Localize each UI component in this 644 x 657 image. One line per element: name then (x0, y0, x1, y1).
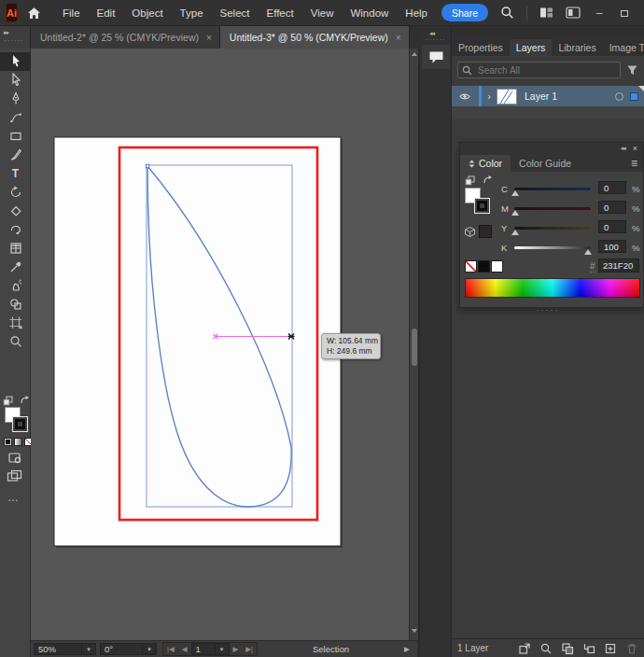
menu-type[interactable]: Type (179, 7, 204, 19)
magenta-value-field[interactable]: 0 (598, 201, 626, 214)
layer-name[interactable]: Layer 1 (525, 91, 557, 102)
layer-expand-icon[interactable]: › (482, 91, 497, 102)
tools-panel-header[interactable]: ▸▸ ······ (0, 26, 31, 49)
scroll-up-icon[interactable] (412, 52, 417, 56)
artboard-dropdown-icon[interactable]: ▾ (216, 643, 230, 655)
document-tab-1[interactable]: Untitled-2* @ 25 % (CMYK/Preview) × (31, 26, 220, 49)
cyan-slider-thumb[interactable] (511, 190, 519, 196)
vertical-scrollbar[interactable] (409, 49, 418, 640)
black-slider-thumb[interactable] (584, 249, 592, 255)
locate-object-icon[interactable] (539, 642, 553, 655)
type-tool[interactable]: T (0, 164, 31, 183)
layer-row[interactable]: › Layer 1 (452, 86, 644, 106)
visibility-eye-icon[interactable] (458, 91, 471, 103)
selection-tool[interactable] (0, 52, 31, 71)
tab-close-icon[interactable]: × (206, 33, 212, 43)
stroke-proxy-swatch[interactable] (474, 198, 490, 214)
rectangle-tool[interactable] (0, 127, 31, 146)
zoom-tool[interactable] (0, 332, 31, 351)
tab-libraries[interactable]: Libraries (552, 39, 602, 56)
expand-tools-icon[interactable]: ▸▸ (4, 29, 8, 35)
magenta-slider[interactable] (514, 207, 591, 210)
artboard-tool[interactable] (0, 314, 31, 332)
app-logo-icon[interactable]: Ai (6, 3, 18, 22)
swap-fill-stroke-icon[interactable] (20, 395, 31, 406)
zoom-level-field[interactable]: 50% (34, 643, 82, 655)
next-artboard-icon[interactable]: ▶ (230, 645, 243, 653)
more-tools-icon[interactable]: … (7, 491, 20, 504)
collect-for-export-icon[interactable] (518, 642, 531, 655)
paintbrush-tool[interactable] (0, 146, 31, 164)
maximize-button[interactable] (618, 7, 631, 20)
menu-window[interactable]: Window (349, 7, 389, 19)
scroll-down-icon[interactable] (412, 629, 417, 633)
first-artboard-icon[interactable]: |◀ (163, 645, 178, 653)
arrange-documents-icon[interactable] (539, 7, 553, 19)
filter-icon[interactable] (626, 64, 638, 76)
cyan-value-field[interactable]: 0 (598, 181, 626, 194)
collapse-panel-icon[interactable]: ◂◂ (621, 145, 625, 151)
layer-selection-chip[interactable] (630, 92, 638, 101)
symbol-sprayer-tool[interactable] (0, 276, 31, 295)
mesh-tool[interactable] (0, 239, 31, 258)
make-mask-icon[interactable] (561, 642, 574, 655)
yellow-slider[interactable] (514, 227, 591, 230)
delete-layer-icon[interactable] (625, 642, 638, 655)
tab-color[interactable]: Color (460, 155, 511, 172)
artboard[interactable] (54, 137, 341, 546)
new-layer-icon[interactable] (604, 642, 617, 655)
color-button[interactable] (4, 438, 12, 446)
document-tab-2[interactable]: Untitled-3* @ 50 % (CMYK/Preview) × (220, 26, 410, 49)
tools-drag-grip[interactable]: ······ (4, 38, 24, 44)
search-icon[interactable] (500, 6, 514, 20)
rotate-tool[interactable] (0, 183, 31, 202)
dock-drag-grip[interactable]: ······ (426, 37, 446, 43)
cyan-slider[interactable] (514, 188, 591, 190)
scrollbar-thumb[interactable] (412, 328, 417, 366)
black-swatch[interactable] (478, 260, 490, 273)
pen-tool[interactable] (0, 90, 31, 108)
magenta-slider-thumb[interactable] (511, 210, 519, 216)
color-panel-resize-grip[interactable]: ····· (529, 308, 567, 313)
yellow-value-field[interactable]: 0 (598, 220, 626, 233)
swap-fill-stroke-icon[interactable] (483, 175, 494, 186)
zoom-dropdown-icon[interactable]: ▾ (82, 643, 96, 655)
minimize-button[interactable]: – (593, 7, 606, 20)
menu-effect[interactable]: Effect (266, 7, 295, 19)
previous-artboard-icon[interactable]: ◀ (178, 645, 191, 653)
layers-search-box[interactable] (457, 62, 621, 78)
tab-layers[interactable]: Layers (510, 39, 553, 56)
menu-file[interactable]: File (62, 7, 81, 19)
menu-select[interactable]: Select (219, 7, 251, 19)
eraser-tool[interactable] (0, 202, 31, 220)
screen-mode-icon[interactable] (7, 469, 23, 483)
menu-edit[interactable]: Edit (96, 7, 117, 19)
out-of-gamut-cube-icon[interactable] (464, 226, 476, 238)
direct-selection-tool[interactable] (0, 71, 31, 90)
color-spectrum-bar[interactable] (465, 278, 640, 298)
close-panel-icon[interactable]: × (633, 144, 637, 153)
rotation-dropdown-icon[interactable]: ▾ (143, 643, 157, 655)
canvas[interactable]: W: 105.64 mm H: 249.6 mm (31, 49, 409, 640)
layers-search-input[interactable] (476, 64, 616, 77)
tab-color-guide[interactable]: Color Guide (511, 155, 580, 172)
layer-target-icon[interactable] (615, 92, 623, 101)
share-button[interactable]: Share (441, 4, 488, 21)
gradient-button[interactable] (14, 438, 22, 446)
eyedropper-tool[interactable] (0, 258, 31, 276)
black-value-field[interactable]: 100 (598, 240, 626, 253)
rotate-view-tool[interactable] (0, 220, 31, 239)
tab-image-trace[interactable]: Image Tra (603, 39, 644, 56)
menu-help[interactable]: Help (404, 7, 428, 19)
rotation-field[interactable]: 0° (100, 643, 143, 655)
closest-web-color-swatch[interactable] (479, 225, 492, 238)
hex-value-field[interactable]: 231F20 (598, 259, 639, 273)
white-swatch[interactable] (491, 260, 503, 273)
none-swatch[interactable] (465, 260, 477, 273)
workspace-switcher-icon[interactable] (566, 7, 581, 19)
last-artboard-icon[interactable]: ▶| (242, 645, 257, 653)
menu-object[interactable]: Object (131, 7, 163, 19)
tab-properties[interactable]: Properties (452, 39, 510, 56)
menu-view[interactable]: View (310, 7, 335, 19)
black-slider[interactable] (514, 246, 591, 249)
